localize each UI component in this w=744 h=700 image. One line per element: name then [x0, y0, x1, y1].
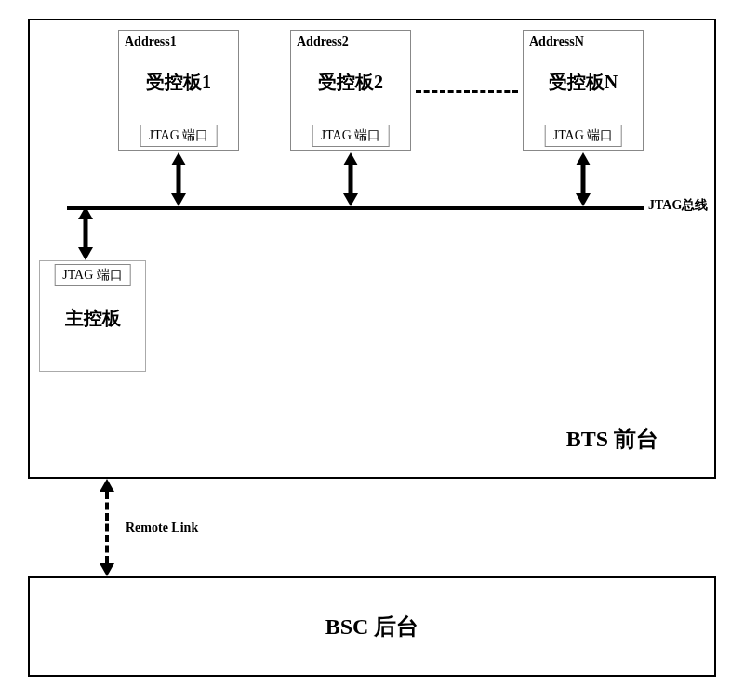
double-arrow-icon: [574, 152, 592, 206]
controlled-board-2: Address2 受控板2 JTAG 端口: [290, 30, 411, 151]
jtag-port-label-n: JTAG 端口: [553, 128, 614, 142]
board-title-n: 受控板N: [524, 70, 643, 95]
controlled-board-1: Address1 受控板1 JTAG 端口: [118, 30, 239, 151]
double-arrow-icon: [76, 206, 95, 260]
address-label-n: AddressN: [524, 31, 643, 53]
jtag-port-1: JTAG 端口: [140, 125, 218, 147]
jtag-port-n: JTAG 端口: [545, 125, 622, 147]
bsc-back-label: BSC 后台: [326, 612, 419, 641]
ellipsis-dashed-line: [416, 90, 518, 93]
bsc-back-container: BSC 后台: [28, 576, 716, 677]
double-arrow-icon: [341, 152, 360, 206]
jtag-port-2: JTAG 端口: [312, 125, 390, 147]
board-title-1: 受控板1: [119, 70, 238, 95]
remote-link-double-arrow-icon: [98, 479, 116, 576]
main-board-title: 主控板: [65, 306, 121, 331]
jtag-port-label-2: JTAG 端口: [321, 128, 381, 142]
double-arrow-icon: [169, 152, 188, 206]
main-jtag-port-label: JTAG 端口: [62, 268, 123, 282]
board-title-2: 受控板2: [291, 70, 410, 95]
bts-front-label: BTS 前台: [566, 424, 658, 454]
jtag-bus-line: [67, 206, 644, 210]
jtag-port-label-1: JTAG 端口: [149, 128, 209, 142]
bts-front-container: Address1 受控板1 JTAG 端口 Address2 受控板2 JTAG…: [28, 19, 716, 479]
remote-link-label: Remote Link: [126, 521, 198, 535]
address-label-1: Address1: [119, 31, 238, 53]
controlled-board-n: AddressN 受控板N JTAG 端口: [523, 30, 644, 151]
main-control-board: JTAG 端口 主控板: [39, 260, 146, 372]
address-label-2: Address2: [291, 31, 410, 53]
jtag-bus-label: JTAG总线: [648, 197, 708, 214]
main-jtag-port: JTAG 端口: [54, 264, 131, 286]
